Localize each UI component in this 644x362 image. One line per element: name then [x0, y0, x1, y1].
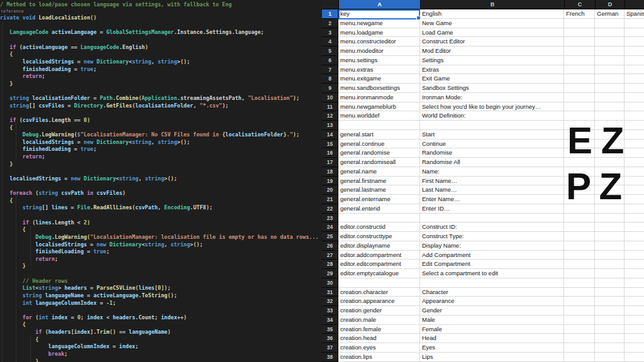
cell-E10[interactable]	[625, 93, 644, 102]
cell-D10[interactable]	[595, 93, 625, 102]
row-header-27[interactable]: 27	[322, 251, 338, 260]
row-header-11[interactable]: 11	[322, 102, 338, 112]
column-header-e[interactable]: E	[625, 0, 644, 9]
cell-D37[interactable]	[595, 343, 625, 353]
cell-A19[interactable]: general.firstname	[338, 177, 420, 186]
cell-E21[interactable]	[625, 195, 644, 204]
column-header-b[interactable]: B	[421, 0, 565, 9]
column-header-a[interactable]: A	[339, 0, 421, 9]
cell-E4[interactable]	[625, 37, 644, 47]
cell-C29[interactable]	[564, 269, 595, 278]
cell-A1[interactable]: key	[338, 9, 420, 19]
cell-B32[interactable]: Appearance	[420, 297, 564, 306]
cell-C4[interactable]	[564, 37, 595, 47]
cell-B34[interactable]: Male	[420, 315, 564, 325]
cell-B24[interactable]: Construct ID:	[420, 222, 564, 232]
cell-C7[interactable]	[564, 65, 595, 75]
cell-C6[interactable]	[564, 56, 595, 65]
cell-B7[interactable]: Extras	[420, 65, 564, 75]
cell-E33[interactable]	[625, 306, 644, 315]
cell-E30[interactable]	[625, 278, 644, 288]
cell-A29[interactable]: editor.emptycatalogue	[338, 269, 420, 278]
cell-B33[interactable]: Gender	[420, 306, 564, 315]
cell-C1[interactable]: French	[564, 9, 595, 19]
cell-E1[interactable]: Spanish	[625, 9, 644, 19]
cell-E34[interactable]	[625, 315, 644, 325]
cell-E36[interactable]	[625, 334, 644, 343]
row-header-18[interactable]: 18	[322, 167, 338, 177]
cell-E7[interactable]	[625, 65, 644, 75]
column-header-c[interactable]: C	[565, 0, 596, 9]
cell-D7[interactable]	[595, 65, 625, 75]
cell-C32[interactable]	[564, 297, 595, 306]
cell-C8[interactable]	[564, 74, 595, 84]
cell-E18[interactable]	[625, 167, 644, 177]
row-header-13[interactable]: 13	[322, 121, 338, 130]
row-header-8[interactable]: 8	[322, 74, 338, 84]
cell-E25[interactable]	[625, 232, 644, 241]
row-header-21[interactable]: 21	[322, 195, 338, 204]
cell-B8[interactable]: Exit Game	[420, 74, 564, 84]
cell-B4[interactable]: Construct Editor	[420, 37, 564, 47]
row-header-12[interactable]: 12	[322, 111, 338, 121]
cell-B13[interactable]	[420, 121, 564, 130]
cell-A20[interactable]: general.lastname	[338, 185, 420, 195]
cell-B23[interactable]	[420, 214, 564, 223]
row-header-5[interactable]: 5	[322, 47, 338, 56]
cell-A14[interactable]: general.start	[338, 130, 420, 140]
cell-E23[interactable]	[625, 214, 644, 223]
cell-E27[interactable]	[625, 251, 644, 260]
cell-B31[interactable]: Character	[420, 288, 564, 297]
cell-D25[interactable]	[595, 232, 625, 241]
row-header-9[interactable]: 9	[322, 84, 338, 93]
cell-C25[interactable]	[564, 232, 595, 241]
cell-A13[interactable]	[338, 121, 420, 130]
cell-B37[interactable]: Eyes	[420, 343, 564, 353]
cell-C9[interactable]	[564, 84, 595, 93]
cell-D11[interactable]	[595, 102, 625, 112]
row-header-34[interactable]: 34	[322, 315, 338, 325]
cell-A10[interactable]: menu.ironmanmode	[338, 93, 420, 102]
cell-C11[interactable]	[564, 102, 595, 112]
row-header-38[interactable]: 38	[322, 353, 338, 362]
row-header-23[interactable]: 23	[322, 214, 338, 223]
cell-D31[interactable]	[595, 288, 625, 297]
cell-D34[interactable]	[595, 315, 625, 325]
cell-D6[interactable]	[595, 56, 625, 65]
cell-C33[interactable]	[564, 306, 595, 315]
row-header-7[interactable]: 7	[322, 65, 338, 75]
cell-A3[interactable]: menu.loadgame	[338, 28, 420, 38]
cell-A15[interactable]: general.continue	[338, 140, 420, 149]
row-header-19[interactable]: 19	[322, 177, 338, 186]
cell-B22[interactable]: Enter ID…	[420, 204, 564, 214]
cell-A33[interactable]: creation.gender	[338, 306, 420, 315]
cell-B1[interactable]: English	[420, 9, 564, 19]
row-header-2[interactable]: 2	[322, 19, 338, 28]
cell-E17[interactable]	[625, 158, 644, 167]
cell-C38[interactable]	[564, 353, 595, 362]
cell-B14[interactable]: Start	[420, 130, 564, 140]
cell-A12[interactable]: menu.worlddef	[338, 111, 420, 121]
cell-A16[interactable]: general.randomise	[338, 148, 420, 158]
cell-A4[interactable]: menu.constructeditor	[338, 37, 420, 47]
cell-D29[interactable]	[595, 269, 625, 278]
cell-D26[interactable]	[595, 241, 625, 251]
cell-E38[interactable]	[625, 353, 644, 362]
cell-B3[interactable]: Load Game	[420, 28, 564, 38]
cell-C2[interactable]	[564, 19, 595, 28]
row-header-17[interactable]: 17	[322, 158, 338, 167]
cell-B17[interactable]: Randomise All	[420, 158, 564, 167]
cell-B21[interactable]: Enter Name…	[420, 195, 564, 204]
cell-A21[interactable]: general.entername	[338, 195, 420, 204]
cell-A25[interactable]: editor.constructtype	[338, 232, 420, 241]
cell-D27[interactable]	[595, 251, 625, 260]
cell-D38[interactable]	[595, 353, 625, 362]
cell-D28[interactable]	[595, 260, 625, 269]
cell-C10[interactable]	[564, 93, 595, 102]
cell-E37[interactable]	[625, 343, 644, 353]
cell-D23[interactable]	[595, 214, 625, 223]
cell-C31[interactable]	[564, 288, 595, 297]
row-header-26[interactable]: 26	[322, 241, 338, 251]
code-editor[interactable]: / Method to load/pase chosen language vi…	[0, 0, 322, 362]
cell-E11[interactable]	[625, 102, 644, 112]
